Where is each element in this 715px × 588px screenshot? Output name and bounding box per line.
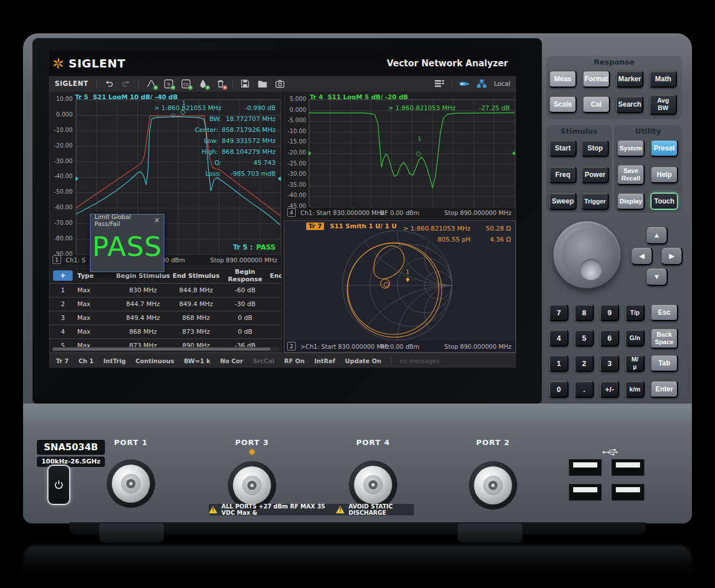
add-marker-icon[interactable]: +	[198, 78, 208, 89]
save-recall-button[interactable]: Save Recall	[617, 164, 645, 185]
siglent-logo-icon	[51, 56, 65, 70]
add-limit-segment-button[interactable]: +	[53, 270, 73, 281]
divider	[232, 80, 233, 88]
esc-button[interactable]: Esc	[650, 304, 678, 321]
tr4-ref-level-right	[512, 151, 515, 156]
tr7-marker1-label: 1	[406, 269, 409, 275]
save-icon[interactable]	[240, 78, 250, 89]
warning-text-b: AVOID STATIC DISCHARGE	[348, 503, 414, 516]
stop-button[interactable]: Stop	[581, 140, 609, 157]
key-7[interactable]: 7	[549, 304, 569, 321]
power-button[interactable]: Power	[581, 166, 609, 183]
key-2[interactable]: 2	[574, 355, 594, 372]
key-1[interactable]: 1	[549, 355, 569, 372]
search-button[interactable]: Search	[616, 96, 644, 113]
enter-button[interactable]: Enter	[650, 380, 678, 398]
warning-text-a: ALL PORTS +27 dBm RF MAX 35 VDC Max &	[221, 503, 332, 516]
tr4-s11-trace	[309, 113, 514, 188]
display-button[interactable]: Display	[617, 193, 645, 210]
key-6[interactable]: 6	[600, 329, 619, 346]
avg-bw-button[interactable]: Avg BW	[649, 94, 677, 115]
tab-button[interactable]: Tab	[650, 355, 678, 372]
table-row[interactable]: 3Max 849.4 MHz868 MHz 0 dB	[50, 311, 281, 325]
utility-section-label: Utility	[614, 127, 683, 135]
status-correction: No Cor	[220, 357, 243, 364]
key-mega-micro[interactable]: M/µ	[625, 355, 645, 372]
touch-button[interactable]: Touch	[650, 193, 678, 210]
tr7-marker-readout: > 1:860.821053 MHz50.28 Ω 805.55 pH4.36 …	[403, 223, 511, 245]
port4-label: PORT 4	[350, 438, 396, 447]
key-8[interactable]: 8	[574, 304, 594, 321]
usb-port-4	[611, 484, 645, 501]
backspace-button[interactable]: Back Space	[650, 328, 678, 349]
tr4-ref-level-left	[308, 151, 311, 156]
status-srccal: SrcCal	[253, 357, 274, 364]
arrow-down-button[interactable]: ▼	[646, 267, 668, 286]
sweep-button[interactable]: Sweep	[549, 193, 577, 210]
start-button[interactable]: Start	[549, 140, 577, 157]
toolbar: SIGLENT + Tr + Ch + +	[49, 76, 516, 91]
divider	[96, 80, 97, 88]
foot-left	[99, 523, 164, 543]
freq-button[interactable]: Freq	[549, 166, 577, 183]
table-row[interactable]: 4Max 868 MHz873 MHz 0 dB	[50, 325, 281, 339]
warning-strip: ALL PORTS +27 dBm RF MAX 35 VDC Max & AV…	[209, 504, 414, 515]
window-number: 1	[52, 255, 61, 264]
key-giga-nano[interactable]: G/n	[625, 329, 645, 346]
rotary-knob[interactable]	[554, 221, 620, 288]
key-5[interactable]: 5	[574, 329, 594, 346]
add-channel-icon[interactable]: Ch +	[180, 78, 191, 89]
key-plus-minus[interactable]: +/-	[600, 380, 619, 398]
status-active-channel: Ch 1	[78, 357, 93, 364]
trigger-button[interactable]: Trigger	[581, 193, 609, 210]
pass-status: PASS	[91, 226, 164, 267]
arrow-right-button[interactable]: ▶	[661, 247, 683, 265]
port1-connector	[107, 459, 155, 508]
warning-icon	[209, 506, 217, 514]
svg-text:Tr: Tr	[166, 82, 170, 86]
arrow-left-button[interactable]: ◀	[631, 247, 653, 265]
status-if-bandwidth: BW=1 k	[184, 357, 210, 364]
key-kilo-milli[interactable]: k/m	[625, 380, 645, 398]
chart-panel-tr7: Tr 7 S11 Smith 1 U/ 1 U	[284, 220, 516, 353]
key-3[interactable]: 3	[600, 355, 619, 372]
open-icon[interactable]	[257, 78, 268, 89]
help-button[interactable]: Help	[650, 166, 678, 183]
key-4[interactable]: 4	[549, 329, 569, 346]
status-message: no messages	[391, 357, 439, 364]
horizontal-scrollbar[interactable]	[52, 347, 279, 351]
stimulus-section-label: Stimulus	[545, 127, 612, 135]
meas-button[interactable]: Meas	[549, 70, 577, 88]
page-title: Vector Network Analyzer	[387, 58, 508, 69]
preset-button[interactable]: Preset	[650, 140, 678, 157]
key-9[interactable]: 9	[600, 304, 619, 321]
limit-table: + Type Begin Stimulus End Stimulus Begin…	[49, 267, 282, 353]
add-trace-icon[interactable]: Tr +	[163, 78, 174, 89]
usb-port-1	[569, 459, 602, 476]
arrow-up-button[interactable]: ▲	[646, 226, 668, 244]
chart-panel-tr4: Tr 4 S11 LogM 5 dB/ -20 dB 5.0000.000-5.…	[284, 91, 516, 219]
smith-chart	[340, 228, 455, 343]
status-update: Update On	[345, 357, 381, 364]
redo-icon[interactable]	[121, 78, 131, 89]
undo-icon[interactable]	[104, 78, 114, 89]
scrollbar-thumb[interactable]	[52, 348, 270, 350]
scale-button[interactable]: Scale	[549, 96, 577, 113]
format-button[interactable]: Format	[582, 70, 610, 88]
system-button[interactable]: System	[617, 140, 645, 157]
window-layout-icon[interactable]	[434, 78, 445, 89]
math-button[interactable]: Math	[649, 70, 677, 88]
key-0[interactable]: 0	[549, 380, 569, 398]
key-tera-pico[interactable]: T/p	[625, 304, 645, 321]
screenshot-icon[interactable]	[274, 78, 285, 89]
cal-button[interactable]: Cal	[582, 96, 610, 113]
table-row[interactable]: 2Max 844.7 MHz849.4 MHz -30 dB	[50, 297, 281, 311]
screen-header: SIGLENT Vector Network Analyzer	[49, 51, 516, 76]
key-decimal[interactable]: .	[574, 380, 594, 398]
table-row[interactable]: 1Max 830 MHz844.8 MHz -60 dB	[50, 284, 281, 297]
power-button[interactable]	[47, 465, 70, 505]
marker-button[interactable]: Marker	[616, 70, 644, 88]
close-icon[interactable]: ×	[154, 216, 160, 224]
delete-icon[interactable]: +	[215, 78, 225, 89]
new-trace-icon[interactable]: +	[146, 78, 156, 89]
